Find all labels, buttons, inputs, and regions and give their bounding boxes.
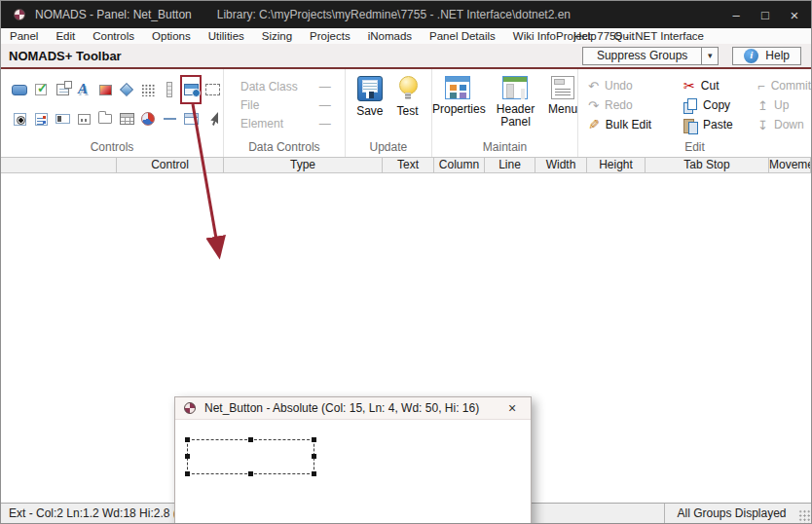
control-tool-button[interactable] [159, 104, 180, 133]
control-tool-button[interactable] [116, 75, 137, 104]
resize-handle[interactable] [312, 454, 316, 459]
ribbon-button[interactable]: Properties [432, 76, 483, 129]
ribbon-section-update: Save Test Update [346, 69, 432, 157]
control-tool-button[interactable] [30, 75, 52, 104]
column-header[interactable] [810, 158, 811, 172]
edit-action-button[interactable]: Commit [757, 76, 811, 95]
control-tool-button[interactable] [137, 104, 159, 133]
close-button[interactable]: × [780, 1, 809, 28]
menu-item[interactable]: iNomads [359, 30, 421, 42]
data-control-item[interactable]: Data Class — [224, 77, 345, 95]
control-tool-button[interactable] [180, 75, 202, 104]
help-button-label: Help [765, 49, 790, 62]
edit-action-button[interactable]: Undo [588, 76, 683, 95]
control-tool-button[interactable] [52, 75, 73, 104]
menu-item[interactable]: Panel Details [421, 30, 504, 42]
data-control-label: Element [240, 117, 283, 131]
ribbon-button[interactable]: Test [395, 76, 421, 118]
column-header[interactable]: Text [383, 158, 434, 172]
dialog-close-button[interactable]: × [502, 400, 522, 416]
control-tool-button[interactable] [73, 104, 94, 133]
menu-item[interactable]: Wiki Info [504, 30, 565, 42]
ribbon-button[interactable]: Menu [548, 76, 577, 129]
toolbar-header-strip: NOMADS+ Toolbar Suppress Groups ▾ Help [1, 44, 811, 69]
control-tool-button[interactable] [9, 104, 30, 133]
suppress-groups-dropdown-icon[interactable]: ▾ [702, 47, 719, 65]
resize-handle[interactable] [185, 454, 190, 459]
control-tool-button[interactable] [30, 104, 52, 133]
resize-handle[interactable] [312, 471, 316, 476]
selected-control-outline[interactable] [187, 439, 314, 474]
control-tool-button[interactable] [180, 104, 202, 133]
control-tool-button[interactable] [202, 75, 223, 104]
edit-action-button[interactable]: Cut [683, 76, 757, 95]
text-control-icon [55, 114, 70, 124]
control-tool-button[interactable] [73, 75, 94, 104]
edit-action-button[interactable]: Bulk Edit [588, 115, 683, 134]
window-resize-grip[interactable] [798, 509, 811, 523]
help-button[interactable]: Help [732, 47, 801, 65]
column-header[interactable] [1, 158, 117, 172]
column-header[interactable]: Tab Stop [646, 158, 769, 172]
chart-icon [141, 112, 155, 126]
column-header[interactable]: Movement [769, 158, 810, 172]
column-header[interactable]: Width [535, 158, 587, 172]
radio-button-icon [14, 113, 26, 126]
menu-item[interactable]: Quit [606, 30, 644, 42]
bulk-edit-icon [588, 117, 600, 132]
menu-item[interactable]: Options [143, 30, 200, 42]
edit-action-button[interactable]: Down [757, 115, 811, 134]
edit-action-button[interactable]: Redo [588, 95, 683, 115]
resize-handle[interactable] [312, 437, 316, 442]
menu-item[interactable]: Sizing [253, 30, 301, 42]
ribbon-toolbar: Controls Data Class — File — Elem [1, 69, 811, 157]
column-header[interactable]: Column [434, 158, 485, 172]
suppress-groups-button[interactable]: Suppress Groups [582, 47, 702, 65]
menu-item[interactable]: Panel [1, 30, 47, 42]
resize-handle[interactable] [248, 471, 253, 476]
section-label-data-controls: Data Controls [224, 140, 345, 157]
checkbox-icon [35, 84, 47, 95]
menu-item[interactable]: Controls [84, 30, 143, 42]
dash-icon: — [319, 98, 331, 112]
frame-icon [184, 113, 199, 125]
menu-item[interactable]: Help [565, 30, 606, 42]
resize-handle[interactable] [185, 471, 190, 476]
control-tool-button[interactable] [94, 75, 116, 104]
header-panel-icon [502, 76, 528, 99]
designer-canvas[interactable] [175, 420, 531, 524]
edit-action-label: Redo [605, 98, 633, 112]
line-icon [164, 118, 176, 120]
control-tool-button[interactable] [202, 104, 223, 133]
menu-item[interactable]: Utilities [200, 30, 253, 42]
minimize-button[interactable]: – [721, 1, 751, 28]
control-tool-button[interactable] [159, 75, 180, 104]
control-tool-button[interactable] [9, 75, 30, 104]
maximize-button[interactable]: □ [751, 1, 780, 28]
ribbon-button[interactable]: Header Panel [495, 76, 536, 129]
data-control-item[interactable]: File — [224, 95, 345, 114]
column-header[interactable]: Height [587, 158, 646, 172]
cut-icon [683, 78, 695, 94]
edit-action-button[interactable]: Copy [683, 95, 757, 115]
data-control-item[interactable]: Element — [224, 114, 345, 132]
resize-handle[interactable] [185, 437, 190, 442]
resize-handle[interactable] [248, 437, 253, 442]
control-tool-button[interactable] [94, 104, 116, 133]
edit-action-button[interactable]: Paste [683, 115, 757, 134]
folder-tab-icon [98, 114, 112, 124]
control-tool-button[interactable] [116, 104, 137, 133]
menu-item[interactable]: Projects [301, 30, 359, 42]
menu-item[interactable]: Edit [47, 30, 84, 42]
title-bar: NOMADS - Panel: Net_Button Library: C:\m… [1, 1, 811, 28]
control-tool-button[interactable] [137, 75, 159, 104]
ribbon-button-label: Header Panel [495, 103, 536, 129]
control-tool-button[interactable] [52, 104, 73, 133]
dialog-title-bar[interactable]: Net_Button - Absolute (Col: 15, Ln: 4, W… [175, 397, 531, 420]
column-header[interactable]: Type [224, 158, 383, 172]
column-header[interactable]: Line [485, 158, 535, 172]
edit-action-button[interactable]: Up [757, 95, 811, 115]
column-header[interactable]: Control [117, 158, 224, 172]
commit-icon [757, 79, 765, 94]
ribbon-button[interactable]: Save [356, 76, 383, 118]
